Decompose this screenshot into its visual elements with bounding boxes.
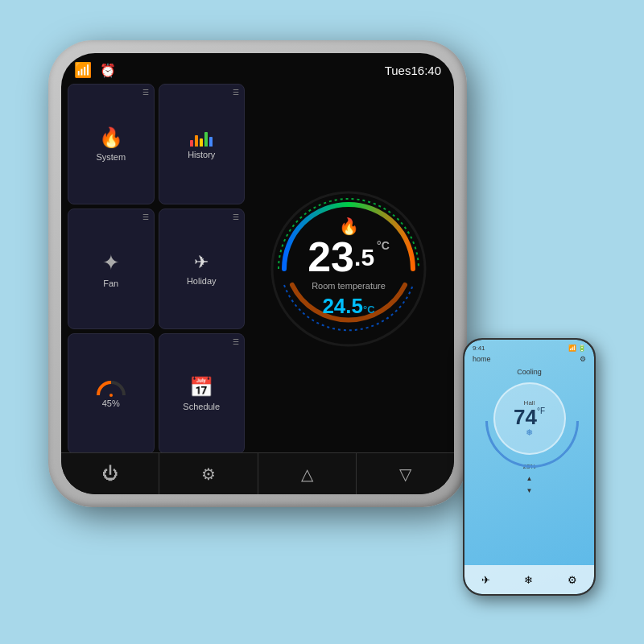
phone-nav-airplane[interactable]: ✈ [481,574,490,586]
system-label: System [96,152,126,162]
phone-bottom-nav: ✈ ❄ ⚙ [464,565,594,594]
phone-temp-display: 74 °F [514,407,545,427]
current-temp: 23.5 °C [308,236,390,278]
phone-snowflake-icon: ❅ [526,427,533,438]
temp-main-value: 23 [308,236,354,278]
tile-menu-icon-2: ☰ [233,89,239,97]
flame-icon: 🔥 [99,126,123,149]
tile-menu-icon-3: ☰ [142,213,149,221]
settings-button[interactable]: ⚙ [159,453,258,494]
temp-display: 🔥 23.5 °C Room temperature 24.5°C [308,220,390,319]
phone-screen: 9:41 📶 🔋 home ⚙ Cooling Hall 74 °F ❅ 23% [464,340,594,594]
system-tile[interactable]: ☰ 🔥 System [68,84,155,204]
svg-point-0 [109,394,113,397]
scene: 📶 ⏰ Tues16:40 ☰ 🔥 System [0,0,644,644]
temp-circle: 🔥 23.5 °C Room temperature 24.5°C [264,184,433,353]
phone-nav-gear[interactable]: ⚙ [568,574,577,586]
phone-nav-snowflake[interactable]: ❄ [524,574,533,586]
power-button[interactable]: ⏻ [61,453,159,494]
phone-app-title: home [473,355,491,363]
phone-controls: ▲ ▼ [464,473,594,496]
phone-device: 9:41 📶 🔋 home ⚙ Cooling Hall 74 °F ❅ 23% [463,338,596,596]
set-temp-display: 24.5°C [308,294,390,319]
menu-tiles: ☰ 🔥 System ☰ His [68,84,245,454]
temp-unit: °C [377,240,390,251]
phone-temp-value: 74 [514,407,537,427]
main-content: ☰ 🔥 System ☰ His [61,84,454,460]
phone-time: 9:41 [473,345,485,352]
thermostat-device: 📶 ⏰ Tues16:40 ☰ 🔥 System [48,40,467,507]
set-temp-value: 24.5 [322,294,363,318]
humidity-tile[interactable]: 45% [68,333,155,454]
temp-decimal-value: .5 [354,246,374,270]
humidity-value: 45% [102,398,120,408]
schedule-icon: 📅 [189,376,213,398]
up-button[interactable]: △ [258,453,357,494]
phone-room-label: Hall [524,399,535,407]
fan-icon: ✦ [102,250,120,275]
schedule-tile[interactable]: ☰ 📅 Schedule [159,333,246,454]
tile-menu-icon-4: ☰ [233,213,239,221]
phone-up-btn[interactable]: ▲ [473,475,586,482]
history-tile[interactable]: ☰ History [159,84,246,204]
clock-icon: ⏰ [100,63,116,78]
set-temp-unit: °C [363,303,375,316]
room-temp-label: Room temperature [308,281,390,291]
time-display: Tues16:40 [385,64,441,77]
phone-carrier: 📶 🔋 [568,345,586,352]
bottom-toolbar: ⏻ ⚙ △ ▽ [61,452,454,494]
schedule-label: Schedule [183,402,220,411]
phone-down-btn[interactable]: ▼ [473,487,586,494]
fan-tile[interactable]: ☰ ✦ Fan [68,208,155,329]
fan-label: Fan [103,279,118,288]
holiday-tile[interactable]: ☰ ✈ Holiday [159,208,246,329]
phone-temp-circle[interactable]: Hall 74 °F ❅ [493,382,566,455]
temperature-panel: 🔥 23.5 °C Room temperature 24.5°C [250,84,448,454]
history-chart-icon [190,129,213,147]
status-bar: 📶 ⏰ Tues16:40 [61,53,454,84]
phone-header: home ⚙ [464,353,594,366]
thermostat-screen: 📶 ⏰ Tues16:40 ☰ 🔥 System [61,53,454,494]
airplane-icon: ✈ [194,252,208,273]
humidity-gauge-icon [95,379,127,397]
phone-settings-icon[interactable]: ⚙ [580,355,586,363]
history-label: History [188,150,215,159]
down-button[interactable]: ▽ [357,453,454,494]
phone-temp-unit: °F [537,407,545,415]
tile-menu-icon-5: ☰ [233,338,239,346]
status-icons: 📶 ⏰ [74,61,116,79]
phone-status-bar: 9:41 📶 🔋 [464,340,594,353]
wifi-icon: 📶 [74,61,92,79]
tile-menu-icon: ☰ [142,89,149,97]
holiday-label: Holiday [187,276,217,286]
